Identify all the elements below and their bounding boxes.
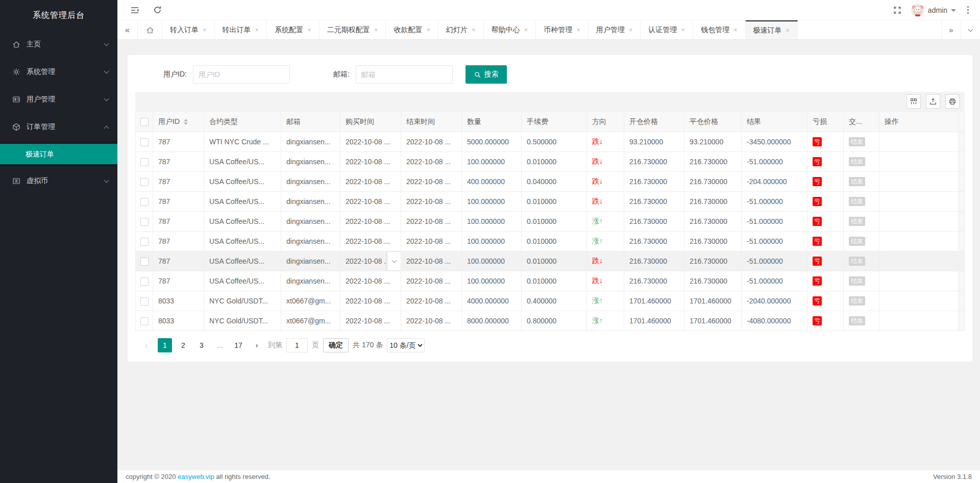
scrollbar-gutter bbox=[959, 132, 965, 152]
tab[interactable]: 认证管理 × bbox=[641, 20, 693, 39]
tab-close-icon[interactable]: × bbox=[629, 26, 633, 34]
select-all-checkbox[interactable] bbox=[140, 118, 149, 126]
cell-result: -51.000000 bbox=[742, 271, 807, 291]
chevron-down-icon bbox=[968, 27, 973, 32]
search-button[interactable]: 搜索 bbox=[465, 65, 507, 84]
email-label: 邮箱: bbox=[333, 70, 350, 79]
sort-icon[interactable] bbox=[184, 119, 188, 125]
cell-direction: 涨↑ bbox=[592, 296, 603, 304]
table-row: 8033 NYC Gold/USDT... xt0667@gm... 2022-… bbox=[136, 291, 965, 311]
tab[interactable]: 二元期权配置 × bbox=[320, 20, 386, 39]
user-id-label: 用户ID: bbox=[163, 70, 187, 79]
row-checkbox[interactable] bbox=[140, 317, 149, 325]
tabs-scroll-left[interactable]: « bbox=[117, 20, 138, 39]
page-number[interactable]: 3 bbox=[194, 338, 209, 352]
easyweb-link[interactable]: easyweb.vip bbox=[178, 473, 214, 480]
status-badge: 结束 bbox=[849, 316, 865, 325]
tabs-menu-toggle[interactable] bbox=[961, 20, 980, 39]
sidebar-item-home[interactable]: 主页 bbox=[0, 31, 117, 58]
tab-close-icon[interactable]: × bbox=[524, 26, 528, 34]
tab-close-icon[interactable]: × bbox=[472, 26, 476, 34]
tab-close-icon[interactable]: × bbox=[733, 26, 738, 34]
refresh-icon[interactable] bbox=[153, 6, 162, 15]
sidebar-item-orders[interactable]: 订单管理 bbox=[0, 113, 117, 141]
row-checkbox[interactable] bbox=[140, 198, 149, 206]
row-checkbox[interactable] bbox=[140, 158, 149, 166]
tab-close-icon[interactable]: × bbox=[786, 27, 790, 34]
row-checkbox[interactable] bbox=[140, 297, 149, 306]
menu-collapse-icon[interactable] bbox=[130, 6, 139, 15]
sidebar-item-users[interactable]: 用户管理 bbox=[0, 86, 117, 113]
row-checkbox[interactable] bbox=[140, 258, 149, 266]
tabs-scroll-right[interactable]: » bbox=[941, 20, 961, 39]
sidebar-item-crypto[interactable]: 虚拟币 bbox=[0, 167, 117, 195]
page-number[interactable]: 1 bbox=[158, 338, 172, 352]
table-row: 787 WTI NYC Crude ... dingxiansen... 202… bbox=[136, 132, 965, 152]
cell-amount: 8000.000000 bbox=[462, 311, 522, 331]
goto-confirm-button[interactable]: 确定 bbox=[323, 338, 349, 352]
filter-columns-button[interactable] bbox=[906, 94, 921, 109]
cell-amount: 100.000000 bbox=[462, 271, 522, 291]
username: admin bbox=[928, 6, 947, 14]
fullscreen-icon[interactable] bbox=[893, 6, 902, 15]
tab-close-icon[interactable]: × bbox=[576, 26, 580, 34]
column-header: 购买时间 bbox=[340, 112, 401, 132]
status-badge: 结束 bbox=[849, 177, 865, 186]
cell-close-price: 1701.460000 bbox=[684, 311, 742, 331]
scrollbar-gutter bbox=[959, 311, 965, 331]
tab-close-icon[interactable]: × bbox=[426, 26, 430, 34]
page-next[interactable]: › bbox=[250, 338, 264, 352]
tab[interactable]: 系统配置 × bbox=[267, 20, 320, 39]
cell-expand-button[interactable] bbox=[387, 252, 401, 270]
tab[interactable]: 幻灯片 × bbox=[438, 20, 484, 39]
scrollbar-gutter bbox=[959, 212, 965, 232]
tab-close-icon[interactable]: × bbox=[307, 26, 311, 34]
tab[interactable]: 币种管理 × bbox=[536, 20, 589, 39]
goto-page-input[interactable] bbox=[286, 338, 308, 352]
more-vertical-icon[interactable] bbox=[965, 4, 971, 16]
tab[interactable]: 转入订单 × bbox=[162, 20, 215, 39]
row-checkbox[interactable] bbox=[140, 238, 149, 246]
cell-email: dingxiansen... bbox=[281, 271, 340, 291]
table-row: 787 USA Coffee/US... dingxiansen... 2022… bbox=[136, 192, 965, 212]
cell-close-price: 216.730000 bbox=[684, 172, 742, 192]
cell-email: dingxiansen... bbox=[281, 172, 340, 192]
export-button[interactable] bbox=[926, 94, 940, 109]
chevron-up-icon bbox=[104, 125, 109, 131]
tab[interactable]: 用户管理 × bbox=[589, 20, 641, 39]
column-header: 方向 bbox=[587, 112, 624, 132]
scrollbar-gutter bbox=[959, 172, 965, 192]
cell-close-price: 216.730000 bbox=[684, 152, 742, 172]
sidebar-item-system[interactable]: 系统管理 bbox=[0, 58, 117, 86]
user-menu[interactable]: admin bbox=[911, 4, 956, 17]
print-button[interactable] bbox=[945, 94, 960, 109]
tab-close-icon[interactable]: × bbox=[681, 26, 685, 34]
tab-close-icon[interactable]: × bbox=[255, 26, 259, 34]
row-checkbox[interactable] bbox=[140, 277, 149, 286]
cell-end-time: 2022-10-08 ... bbox=[401, 291, 462, 311]
sidebar-item-label: 订单管理 bbox=[27, 122, 55, 132]
page-number[interactable]: 17 bbox=[231, 338, 246, 352]
row-checkbox[interactable] bbox=[140, 138, 149, 146]
tab[interactable]: 极速订单 × bbox=[746, 20, 798, 39]
cell-operation bbox=[879, 152, 959, 172]
tab[interactable]: 钱包管理 × bbox=[693, 20, 746, 39]
tab[interactable]: 收款配置 × bbox=[386, 20, 438, 39]
page-number[interactable]: 2 bbox=[176, 338, 190, 352]
page-size-select[interactable]: 10 条/页 bbox=[387, 338, 425, 352]
print-icon bbox=[949, 98, 956, 105]
sidebar-subitem-fast-orders[interactable]: 极速订单 bbox=[0, 144, 117, 164]
email-input[interactable] bbox=[356, 65, 453, 84]
column-header: 结果 bbox=[742, 112, 807, 132]
chevron-down-icon bbox=[104, 69, 109, 74]
row-checkbox[interactable] bbox=[140, 178, 149, 186]
tab[interactable]: 帮助中心 × bbox=[484, 20, 536, 39]
user-id-input[interactable] bbox=[193, 65, 290, 84]
row-checkbox[interactable] bbox=[140, 218, 149, 226]
cell-direction: 跌↓ bbox=[592, 177, 603, 185]
tab[interactable]: 转出订单 × bbox=[215, 20, 267, 39]
copyright: copyright © 2020 easyweb.vip all rights … bbox=[126, 473, 271, 480]
tab-close-icon[interactable]: × bbox=[203, 26, 207, 34]
tab-home[interactable] bbox=[138, 20, 162, 39]
tab-close-icon[interactable]: × bbox=[374, 26, 378, 34]
